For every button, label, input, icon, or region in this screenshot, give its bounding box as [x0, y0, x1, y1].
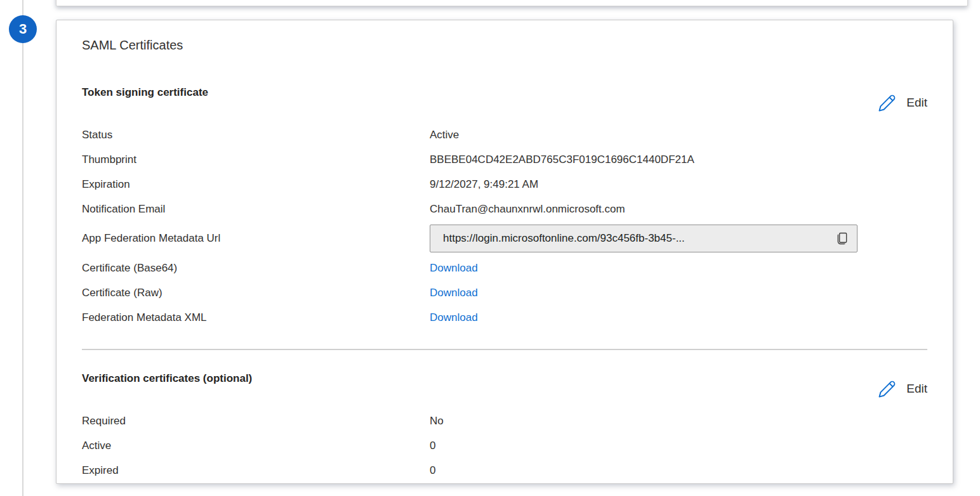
- edit-token-signing-button[interactable]: Edit: [877, 92, 927, 114]
- expiration-row: Expiration 9/12/2027, 9:49:21 AM: [82, 172, 927, 197]
- pencil-icon: [877, 93, 897, 113]
- row-label: Active: [82, 440, 430, 452]
- row-label: Thumbprint: [82, 153, 430, 166]
- thumbprint-value: BBEBE04CD42E2ABD765C3F019C1696C1440DF21A: [430, 153, 694, 166]
- metadata-url-value: https://login.microsoftonline.com/93c456…: [443, 232, 829, 245]
- section-divider: [82, 349, 927, 350]
- row-label: Notification Email: [82, 203, 430, 216]
- step-number: 3: [19, 21, 27, 37]
- thumbprint-row: Thumbprint BBEBE04CD42E2ABD765C3F019C169…: [82, 147, 927, 172]
- row-label: Certificate (Raw): [82, 287, 430, 299]
- expired-count-row: Expired 0: [82, 458, 927, 483]
- expired-count-value: 0: [430, 464, 435, 477]
- status-row: Status Active: [82, 122, 927, 147]
- edit-verification-button[interactable]: Edit: [877, 378, 927, 400]
- copy-button[interactable]: [835, 232, 849, 245]
- download-raw-link[interactable]: Download: [430, 287, 478, 299]
- card-title: SAML Certificates: [82, 37, 927, 53]
- certificate-raw-row: Certificate (Raw) Download: [82, 280, 927, 305]
- edit-label: Edit: [906, 96, 927, 110]
- certificate-base64-row: Certificate (Base64) Download: [82, 256, 927, 280]
- token-signing-heading: Token signing certificate: [82, 86, 208, 100]
- row-label: Certificate (Base64): [82, 262, 430, 275]
- row-label: Expiration: [82, 178, 430, 191]
- row-label: Required: [82, 415, 430, 427]
- previous-step-card-edge: [56, 0, 968, 6]
- required-row: Required No: [82, 408, 927, 433]
- active-count-row: Active 0: [82, 433, 927, 458]
- federation-metadata-xml-row: Federation Metadata XML Download: [82, 305, 927, 330]
- row-label: Expired: [82, 464, 430, 477]
- download-metadata-xml-link[interactable]: Download: [430, 311, 478, 324]
- metadata-url-copy-field[interactable]: https://login.microsoftonline.com/93c456…: [430, 225, 858, 252]
- row-label: Status: [82, 129, 430, 141]
- download-base64-link[interactable]: Download: [430, 262, 478, 275]
- verification-heading: Verification certificates (optional): [82, 372, 252, 386]
- active-count-value: 0: [430, 440, 435, 452]
- required-value: No: [430, 415, 444, 427]
- pencil-icon: [877, 379, 897, 399]
- row-label: App Federation Metadata Url: [82, 232, 430, 245]
- step-connector-line: [22, 0, 23, 496]
- saml-certificates-card: SAML Certificates Token signing certific…: [56, 20, 953, 484]
- copy-icon: [835, 232, 849, 245]
- verification-section-header: Verification certificates (optional) Edi…: [82, 372, 927, 400]
- app-federation-metadata-url-row: App Federation Metadata Url https://logi…: [82, 221, 927, 256]
- row-label: Federation Metadata XML: [82, 311, 430, 324]
- expiration-value: 9/12/2027, 9:49:21 AM: [430, 178, 538, 191]
- notification-email-row: Notification Email ChauTran@chaunxnrwl.o…: [82, 197, 927, 221]
- step-3-badge: 3: [9, 15, 37, 43]
- notification-email-value: ChauTran@chaunxnrwl.onmicrosoft.com: [430, 203, 625, 216]
- edit-label: Edit: [906, 382, 927, 396]
- token-signing-section-header: Token signing certificate Edit: [82, 86, 927, 114]
- status-value: Active: [430, 129, 459, 141]
